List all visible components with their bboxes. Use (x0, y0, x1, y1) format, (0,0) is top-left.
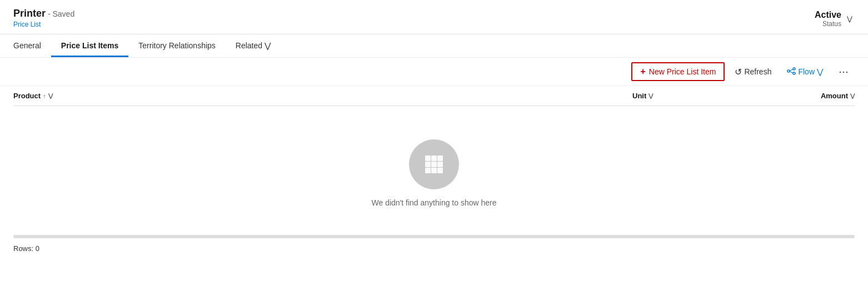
svg-line-3 (790, 69, 793, 71)
svg-rect-10 (437, 162, 443, 167)
tab-territory-relationships[interactable]: Territory Relationships (128, 34, 226, 57)
svg-rect-5 (425, 155, 431, 161)
svg-rect-7 (437, 155, 443, 161)
tab-general[interactable]: General (13, 34, 51, 57)
refresh-label: Refresh (744, 67, 771, 76)
column-header-product[interactable]: Product ↑ ⋁ (13, 92, 632, 100)
svg-rect-9 (431, 162, 437, 167)
status-dropdown-button[interactable]: ⋁ (845, 14, 855, 24)
record-type: Price List (13, 21, 74, 28)
empty-state-icon (409, 139, 459, 189)
record-name: Printer (13, 8, 46, 19)
svg-rect-12 (431, 168, 437, 173)
header-right: Active Status ⋁ (815, 10, 855, 28)
unit-chevron-icon: ⋁ (648, 93, 653, 99)
svg-rect-11 (425, 168, 431, 173)
tab-related-label: Related (236, 41, 262, 50)
price-list-items-table: Product ↑ ⋁ Unit ⋁ Amount ⋁ (0, 86, 868, 229)
plus-icon: + (640, 67, 645, 77)
amount-column-label: Amount (821, 92, 848, 100)
flow-chevron-icon: ⋁ (817, 67, 823, 76)
refresh-icon: ↺ (735, 67, 742, 77)
record-info: Printer - Saved Price List (13, 8, 74, 28)
ellipsis-icon: ⋯ (839, 66, 849, 78)
toolbar: + New Price List Item ↺ Refresh Flow ⋁ ⋯ (0, 58, 868, 86)
svg-rect-8 (425, 162, 431, 167)
svg-point-0 (787, 70, 790, 72)
new-price-list-item-button[interactable]: + New Price List Item (631, 62, 725, 81)
svg-rect-6 (431, 155, 437, 161)
status-sub-label: Status (822, 20, 841, 28)
column-header-unit[interactable]: Unit ⋁ (632, 92, 744, 100)
rows-count-label: Rows: 0 (13, 244, 39, 253)
tab-related[interactable]: Related ⋁ (226, 34, 281, 57)
empty-state-message: We didn't find anything to show here (372, 198, 497, 207)
product-chevron-icon: ⋁ (48, 93, 53, 99)
sort-asc-icon: ↑ (43, 93, 46, 99)
active-status-label: Active (815, 10, 841, 20)
column-header-amount[interactable]: Amount ⋁ (744, 92, 855, 100)
refresh-button[interactable]: ↺ Refresh (729, 63, 777, 81)
new-price-list-item-label: New Price List Item (649, 67, 716, 76)
page-header: Printer - Saved Price List Active Status… (0, 0, 868, 34)
amount-chevron-icon: ⋁ (850, 93, 855, 99)
svg-rect-13 (437, 168, 443, 173)
related-chevron-icon: ⋁ (265, 41, 271, 50)
more-options-button[interactable]: ⋯ (833, 62, 855, 81)
svg-line-4 (790, 71, 793, 73)
navigation-tabs: General Price List Items Territory Relat… (0, 34, 868, 58)
active-status-group: Active Status (815, 10, 841, 28)
product-column-label: Product (13, 92, 41, 100)
flow-icon (787, 67, 796, 77)
flow-label: Flow (798, 67, 815, 76)
record-saved-label: - Saved (48, 9, 74, 18)
flow-button[interactable]: Flow ⋁ (781, 63, 829, 81)
svg-point-1 (793, 68, 795, 70)
svg-point-2 (793, 72, 795, 74)
tab-price-list-items[interactable]: Price List Items (51, 34, 129, 57)
table-header-row: Product ↑ ⋁ Unit ⋁ Amount ⋁ (13, 86, 855, 106)
record-title-row: Printer - Saved (13, 8, 74, 19)
empty-state: We didn't find anything to show here (13, 106, 855, 229)
unit-column-label: Unit (632, 92, 646, 100)
table-footer: Rows: 0 (0, 238, 868, 258)
